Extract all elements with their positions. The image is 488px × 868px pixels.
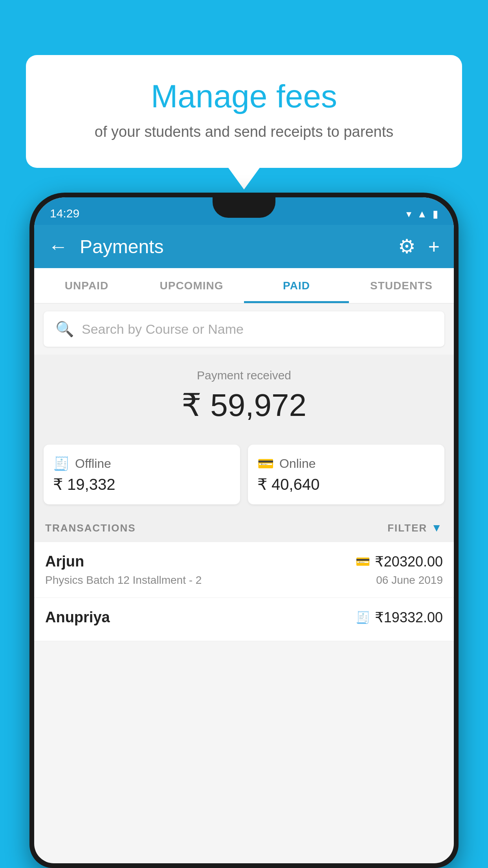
speech-bubble: Manage fees of your students and send re…: [26, 55, 462, 168]
phone-inner: 14:29 ▾ ▲ ▮ ← Payments ⚙ + UNPAID UPCOMI…: [34, 197, 454, 863]
tab-students[interactable]: STUDENTS: [349, 268, 454, 303]
transaction-name-1: Arjun: [45, 553, 84, 570]
status-time: 14:29: [50, 207, 79, 220]
offline-icon: 🧾: [53, 456, 70, 471]
add-icon[interactable]: +: [428, 235, 440, 258]
offline-label: Offline: [75, 456, 111, 471]
offline-payment-card: 🧾 Offline ₹ 19,332: [44, 445, 240, 504]
online-amount: ₹ 40,640: [257, 475, 435, 493]
transaction-amount-block-2: 🧾 ₹19332.00: [356, 609, 443, 626]
transaction-top-1: Arjun 💳 ₹20320.00: [45, 553, 443, 570]
table-row[interactable]: Arjun 💳 ₹20320.00 Physics Batch 12 Insta…: [34, 542, 454, 598]
transaction-bottom-1: Physics Batch 12 Installment - 2 06 June…: [45, 574, 443, 587]
filter-button[interactable]: FILTER ▼: [387, 522, 443, 534]
online-payment-card: 💳 Online ₹ 40,640: [248, 445, 444, 504]
transaction-course-1: Physics Batch 12 Installment - 2: [45, 574, 202, 587]
online-icon: 💳: [257, 456, 274, 471]
settings-icon[interactable]: ⚙: [398, 235, 416, 258]
wifi-icon: ▾: [406, 208, 411, 220]
signal-icon: ▲: [417, 208, 427, 220]
offline-payment-icon-2: 🧾: [356, 611, 370, 624]
phone-notch: [213, 197, 275, 218]
app-bar: ← Payments ⚙ +: [34, 225, 454, 268]
transaction-date-1: 06 June 2019: [376, 574, 443, 587]
filter-icon: ▼: [431, 522, 443, 534]
status-icons: ▾ ▲ ▮: [406, 208, 438, 220]
filter-label: FILTER: [387, 522, 427, 534]
payment-received-label: Payment received: [44, 369, 444, 382]
transactions-label: TRANSACTIONS: [45, 522, 136, 534]
transaction-amount-2: ₹19332.00: [375, 609, 443, 626]
app-bar-title: Payments: [80, 236, 386, 257]
payment-summary: Payment received ₹ 59,972: [34, 355, 454, 435]
phone-frame: 14:29 ▾ ▲ ▮ ← Payments ⚙ + UNPAID UPCOMI…: [29, 193, 459, 868]
offline-amount: ₹ 19,332: [53, 475, 231, 493]
payment-amount: ₹ 59,972: [44, 387, 444, 423]
search-icon: 🔍: [55, 320, 74, 338]
transactions-header: TRANSACTIONS FILTER ▼: [34, 514, 454, 542]
battery-icon: ▮: [433, 208, 438, 220]
bubble-title: Manage fees: [46, 79, 442, 114]
tab-paid[interactable]: PAID: [244, 268, 349, 303]
transaction-amount-block-1: 💳 ₹20320.00: [356, 554, 443, 570]
search-bar[interactable]: 🔍 Search by Course or Name: [44, 311, 444, 347]
online-payment-icon-1: 💳: [356, 555, 370, 568]
tab-upcoming[interactable]: UPCOMING: [139, 268, 244, 303]
offline-card-header: 🧾 Offline: [53, 456, 231, 471]
speech-bubble-container: Manage fees of your students and send re…: [26, 55, 462, 168]
search-placeholder: Search by Course or Name: [82, 322, 244, 337]
transaction-amount-1: ₹20320.00: [375, 554, 443, 570]
transaction-name-2: Anupriya: [45, 609, 110, 626]
app-bar-icons: ⚙ +: [398, 235, 440, 258]
tab-unpaid[interactable]: UNPAID: [34, 268, 139, 303]
online-card-header: 💳 Online: [257, 456, 435, 471]
bubble-subtitle: of your students and send receipts to pa…: [46, 123, 442, 140]
transaction-list: Arjun 💳 ₹20320.00 Physics Batch 12 Insta…: [34, 542, 454, 641]
online-label: Online: [279, 456, 316, 471]
table-row[interactable]: Anupriya 🧾 ₹19332.00: [34, 598, 454, 641]
transaction-top-2: Anupriya 🧾 ₹19332.00: [45, 609, 443, 626]
tab-bar: UNPAID UPCOMING PAID STUDENTS: [34, 268, 454, 303]
payment-cards: 🧾 Offline ₹ 19,332 💳 Online ₹ 40,640: [34, 435, 454, 514]
back-button[interactable]: ←: [48, 235, 68, 258]
